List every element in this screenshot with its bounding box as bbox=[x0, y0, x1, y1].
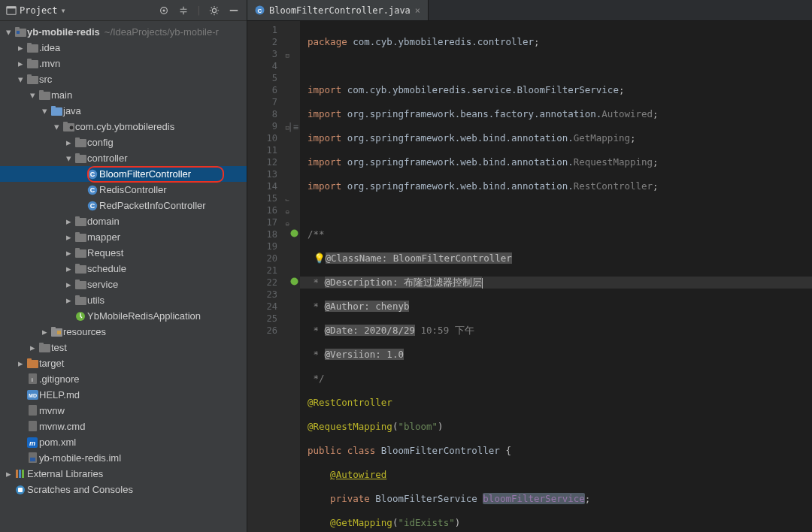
gear-icon[interactable] bbox=[208, 4, 221, 17]
tree-file-pomxml[interactable]: mpom.xml bbox=[0, 434, 247, 450]
tree-file-application[interactable]: YbMobileRedisApplication bbox=[0, 308, 247, 324]
chevron-right-icon[interactable]: ▸ bbox=[63, 293, 74, 308]
tree-file-helpmd[interactable]: MDHELP.md bbox=[0, 387, 247, 403]
tree-folder-main[interactable]: ▾main bbox=[0, 87, 247, 103]
hide-icon[interactable] bbox=[227, 4, 241, 17]
tree-package-domain[interactable]: ▸domain bbox=[0, 213, 247, 229]
tree-item-label: BloomFilterController bbox=[99, 167, 191, 182]
tree-folder-mvn[interactable]: ▸.mvn bbox=[0, 56, 247, 71]
chevron-down-icon[interactable]: ▾ bbox=[39, 104, 50, 119]
svg-rect-13 bbox=[27, 76, 38, 84]
package-icon bbox=[74, 216, 87, 226]
svg-rect-48 bbox=[39, 344, 50, 352]
chevron-right-icon[interactable]: ▸ bbox=[15, 41, 26, 56]
tree-item-label: config bbox=[87, 135, 114, 150]
svg-text:C: C bbox=[90, 171, 95, 178]
chevron-right-icon[interactable]: ▸ bbox=[15, 56, 26, 71]
folder-icon bbox=[38, 90, 51, 100]
text-file-icon bbox=[26, 421, 39, 432]
line-number: 24 bbox=[247, 301, 300, 313]
chevron-down-icon[interactable]: ▾ bbox=[27, 88, 38, 103]
tree-file-rediscontroller[interactable]: CRedisController bbox=[0, 182, 247, 198]
tree-package-utils[interactable]: ▸utils bbox=[0, 292, 247, 308]
bulb-icon[interactable]: 💡 bbox=[314, 252, 326, 264]
line-number: 22 bbox=[247, 277, 300, 289]
chevron-right-icon[interactable]: ▸ bbox=[63, 230, 74, 245]
spring-boot-app-icon bbox=[74, 311, 87, 322]
code-content[interactable]: package com.cyb.ybmobileredis.controller… bbox=[300, 21, 812, 532]
tree-package-mapper[interactable]: ▸mapper bbox=[0, 229, 247, 245]
tree-file-mvnw[interactable]: mvnw bbox=[0, 403, 247, 419]
svg-point-3 bbox=[162, 9, 165, 11]
tree-item-label: utils bbox=[87, 293, 105, 308]
chevron-down-icon[interactable]: ▾ bbox=[3, 25, 14, 40]
collapse-all-icon[interactable] bbox=[177, 4, 190, 17]
line-number: 10 bbox=[247, 132, 300, 144]
tree-file-gitignore[interactable]: i.gitignore bbox=[0, 371, 247, 387]
svg-point-69 bbox=[291, 230, 298, 237]
tree-root[interactable]: ▾ yb-mobile-redis ~/IdeaProjects/yb-mobi… bbox=[0, 24, 247, 40]
line-number: 8 bbox=[247, 108, 300, 120]
svg-rect-56 bbox=[29, 405, 37, 416]
text-file-icon bbox=[26, 405, 39, 416]
chevron-down-icon[interactable]: ▾ bbox=[51, 119, 62, 135]
svg-rect-10 bbox=[27, 43, 32, 45]
chevron-right-icon[interactable]: ▸ bbox=[27, 340, 38, 355]
tree-item-label: test bbox=[51, 340, 67, 355]
tree-folder-src[interactable]: ▾src bbox=[0, 71, 247, 87]
gutter-mark-icon[interactable]: |≡ bbox=[288, 121, 298, 133]
tree-folder-resources[interactable]: ▸resources bbox=[0, 324, 247, 340]
chevron-right-icon[interactable]: ▸ bbox=[15, 356, 26, 371]
svg-rect-57 bbox=[29, 421, 37, 431]
tree-file-redpacketinfocontroller[interactable]: CRedPacketInfoController bbox=[0, 198, 247, 213]
chevron-right-icon[interactable]: ▸ bbox=[63, 135, 74, 150]
chevron-right-icon[interactable]: ▸ bbox=[63, 277, 74, 292]
line-number: 2 bbox=[247, 36, 300, 48]
tree-package-request[interactable]: ▸Request bbox=[0, 245, 247, 261]
line-number: 17⊖ bbox=[247, 216, 300, 228]
svg-rect-41 bbox=[75, 280, 80, 282]
tree-external-libraries[interactable]: ▸External Libraries bbox=[0, 466, 247, 482]
svg-point-70 bbox=[291, 278, 298, 286]
java-class-icon: C bbox=[86, 169, 99, 180]
line-number: 23 bbox=[247, 289, 300, 301]
chevron-right-icon[interactable]: ▸ bbox=[3, 467, 14, 482]
tree-folder-idea[interactable]: ▸.idea bbox=[0, 40, 247, 56]
svg-rect-25 bbox=[75, 153, 80, 156]
tree-scratches[interactable]: Scratches and Consoles bbox=[0, 482, 247, 497]
svg-text:C: C bbox=[90, 202, 95, 210]
tree-file-mvnwcmd[interactable]: mvnw.cmd bbox=[0, 419, 247, 434]
chevron-down-icon[interactable]: ▾ bbox=[15, 72, 26, 87]
chevron-right-icon[interactable]: ▸ bbox=[39, 325, 50, 340]
tree-package-controller[interactable]: ▾controller bbox=[0, 150, 247, 166]
tree-item-label: src bbox=[39, 72, 52, 87]
tree-file-iml[interactable]: yb-mobile-redis.iml bbox=[0, 450, 247, 466]
chevron-right-icon[interactable]: ▸ bbox=[63, 261, 74, 277]
code-editor[interactable]: 123⊟456789⊟|≡101112131415⌙16⊖17⊖18192021… bbox=[247, 21, 812, 532]
tree-package-base[interactable]: ▾com.cyb.ybmobileredis bbox=[0, 119, 247, 135]
chevron-right-icon[interactable]: ▸ bbox=[63, 246, 74, 261]
package-icon bbox=[74, 280, 87, 289]
tree-package-service[interactable]: ▸service bbox=[0, 277, 247, 292]
close-icon[interactable]: × bbox=[415, 5, 420, 16]
tree-file-bloomfiltercontroller[interactable]: CBloomFilterController bbox=[0, 166, 247, 182]
project-tree[interactable]: ▾ yb-mobile-redis ~/IdeaProjects/yb-mobi… bbox=[0, 21, 247, 505]
project-panel-title[interactable]: Project ▾ bbox=[6, 5, 66, 16]
tree-folder-test[interactable]: ▸test bbox=[0, 340, 247, 355]
tree-package-config[interactable]: ▸config bbox=[0, 135, 247, 150]
chevron-down-icon[interactable]: ▾ bbox=[63, 151, 74, 166]
gutter-mark-icon[interactable] bbox=[290, 229, 298, 237]
gutter-mark-icon[interactable] bbox=[290, 277, 298, 286]
svg-rect-1 bbox=[7, 6, 16, 8]
module-folder-icon bbox=[14, 27, 27, 37]
svg-text:i: i bbox=[32, 376, 33, 383]
java-class-icon: C bbox=[86, 185, 99, 195]
select-opened-file-icon[interactable] bbox=[157, 4, 171, 17]
tree-folder-java[interactable]: ▾java bbox=[0, 103, 247, 119]
tree-package-schedule[interactable]: ▸schedule bbox=[0, 261, 247, 277]
editor-tabs: C BloomFilterController.java × bbox=[247, 0, 812, 21]
chevron-right-icon[interactable]: ▸ bbox=[63, 214, 74, 229]
line-number: 13 bbox=[247, 168, 300, 180]
tree-folder-target[interactable]: ▸target bbox=[0, 355, 247, 371]
editor-tab-active[interactable]: C BloomFilterController.java × bbox=[247, 0, 429, 20]
